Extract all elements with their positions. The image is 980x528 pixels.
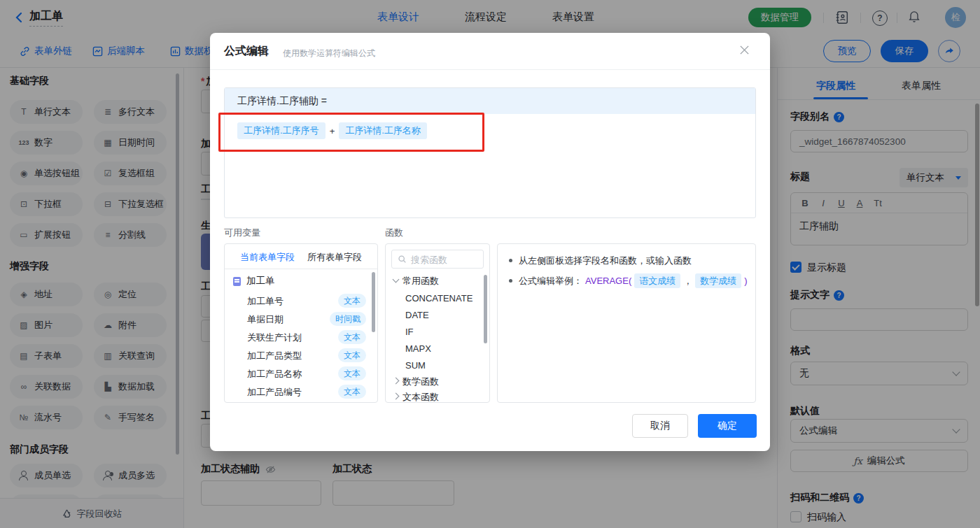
variable-row[interactable]: 关联生产计划文本 bbox=[225, 329, 377, 345]
type-badge: 时间戳 bbox=[330, 312, 366, 326]
tab-current-form-fields[interactable]: 当前表单字段 bbox=[240, 251, 295, 264]
example-token: 数学成绩 bbox=[695, 273, 741, 288]
cancel-button[interactable]: 取消 bbox=[632, 414, 688, 438]
function-item[interactable]: DATE bbox=[405, 310, 429, 320]
tab-all-form-fields[interactable]: 所有表单字段 bbox=[307, 251, 362, 264]
bullet-dot bbox=[509, 259, 512, 262]
functions-label: 函数 bbox=[385, 227, 403, 239]
chevron-right-icon bbox=[393, 378, 400, 385]
type-badge: 文本 bbox=[338, 294, 366, 308]
variable-row[interactable]: 加工产品名称文本 bbox=[225, 366, 377, 381]
function-name: AVERAGE( bbox=[585, 274, 631, 287]
type-badge: 文本 bbox=[338, 385, 366, 399]
functions-scrollbar[interactable] bbox=[484, 275, 487, 343]
modal-subtitle: 使用数学运算符编辑公式 bbox=[283, 48, 375, 59]
bullet-dot bbox=[509, 279, 512, 283]
function-search-input[interactable]: 搜索函数 bbox=[391, 250, 484, 269]
tip-line: 从左侧面板选择字段名和函数，或输入函数 bbox=[509, 254, 692, 267]
type-badge: 文本 bbox=[338, 330, 366, 344]
type-badge: 文本 bbox=[338, 366, 366, 380]
variable-row[interactable]: 加工单号文本 bbox=[225, 293, 377, 308]
confirm-button[interactable]: 确定 bbox=[698, 414, 757, 438]
variables-tabs: 当前表单字段 所有表单字段 bbox=[225, 244, 377, 269]
close-icon[interactable] bbox=[739, 45, 750, 57]
function-item[interactable]: IF bbox=[405, 327, 414, 337]
function-item[interactable]: CONCATENATE bbox=[405, 293, 472, 304]
formula-editor[interactable]: 工序详情.工序辅助 = 工序详情.工序序号 + 工序详情.工序名称 bbox=[224, 87, 756, 218]
variables-panel: 当前表单字段 所有表单字段 加工单 加工单号文本 单据日期时间戳 关联生产计划文… bbox=[224, 243, 378, 403]
group-math-functions[interactable]: 数学函数 bbox=[402, 376, 439, 388]
app-window: 加工单 表单设计 流程设定 表单设置 数据管理 ? 检 表单外链 后端脚本 数据… bbox=[0, 0, 980, 528]
variables-label: 可用变量 bbox=[224, 227, 260, 239]
chevron-right-icon bbox=[393, 393, 400, 400]
operator: + bbox=[330, 126, 335, 136]
tip-example-line: 公式编辑举例：AVERAGE(语文成绩，数学成绩) bbox=[509, 273, 748, 288]
formula-token[interactable]: 工序详情.工序序号 bbox=[237, 122, 326, 139]
variables-scrollbar[interactable] bbox=[372, 272, 375, 332]
formula-target: 工序详情.工序辅助 = bbox=[225, 88, 755, 114]
group-text-functions[interactable]: 文本函数 bbox=[402, 391, 439, 404]
functions-panel: 搜索函数 常用函数 CONCATENATE DATE IF MAPX SUM 数… bbox=[385, 243, 490, 403]
function-item[interactable]: SUM bbox=[405, 360, 426, 371]
formula-expression: 工序详情.工序序号 + 工序详情.工序名称 bbox=[237, 122, 427, 139]
variable-row[interactable]: 加工产品类型文本 bbox=[225, 348, 377, 363]
tips-panel: 从左侧面板选择字段名和函数，或输入函数 公式编辑举例：AVERAGE(语文成绩，… bbox=[497, 243, 756, 403]
function-item[interactable]: MAPX bbox=[405, 343, 431, 354]
type-badge: 文本 bbox=[338, 348, 366, 362]
variable-row[interactable]: 单据日期时间戳 bbox=[225, 311, 377, 327]
group-common-functions[interactable]: 常用函数 bbox=[402, 275, 439, 287]
example-token: 语文成绩 bbox=[634, 273, 680, 288]
chevron-down-icon bbox=[393, 276, 400, 283]
form-node[interactable]: 加工单 bbox=[246, 275, 275, 287]
search-icon bbox=[398, 255, 407, 264]
formula-edit-modal: 公式编辑 使用数学运算符编辑公式 工序详情.工序辅助 = 工序详情.工序序号 +… bbox=[210, 33, 770, 451]
search-placeholder: 搜索函数 bbox=[411, 254, 447, 266]
form-doc-icon bbox=[233, 277, 241, 286]
modal-title: 公式编辑 bbox=[224, 44, 269, 59]
variable-row[interactable]: 加工产品编号文本 bbox=[225, 384, 377, 399]
divider bbox=[210, 69, 770, 70]
formula-token[interactable]: 工序详情.工序名称 bbox=[339, 122, 427, 139]
